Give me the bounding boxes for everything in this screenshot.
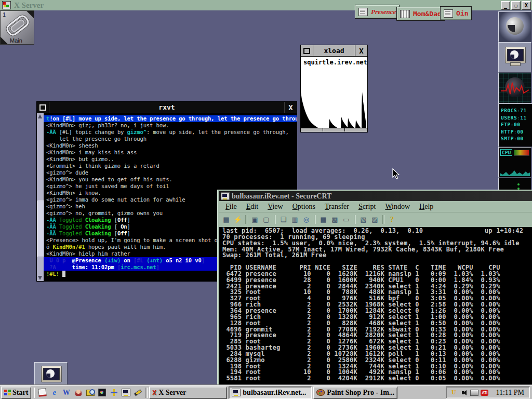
scroll-up-icon[interactable] xyxy=(38,114,42,118)
dock-stat-row: USERS:11 xyxy=(501,114,532,122)
print-icon[interactable]: ▭ xyxy=(341,215,352,224)
chat-line: <gizmo^> dude xyxy=(46,169,297,176)
task-label: X Server xyxy=(158,389,186,397)
window-menu-button[interactable] xyxy=(301,45,313,56)
restore-button[interactable]: ❏ xyxy=(511,1,521,10)
menu-options[interactable]: Options xyxy=(288,203,320,211)
pager-corner-icon[interactable] xyxy=(26,11,34,18)
dock-stat-row: HTTP:00 xyxy=(501,128,532,136)
securecrt-toolbar: ▤⚡▣▢❏▥◎▦▩▭▧▨? xyxy=(219,212,532,226)
connect-icon[interactable]: ▣ xyxy=(249,215,260,224)
quicklaunch-word-icon[interactable]: W xyxy=(60,387,72,398)
card-icon xyxy=(358,8,368,16)
menu-help[interactable]: Help xyxy=(415,203,438,211)
chat-line: <Grommit> i think gizmo is a retard xyxy=(46,163,297,169)
menu-view[interactable]: View xyxy=(263,203,288,211)
menu-window[interactable]: Window xyxy=(380,203,415,211)
help-icon[interactable]: ? xyxy=(387,215,397,224)
stat-label: USERS xyxy=(501,115,517,121)
chat-line: t!on [#L] move up side, let the presence… xyxy=(44,115,297,122)
taskbar-task-3[interactable]: Paint Shop Pro - Im... xyxy=(313,387,397,399)
paste-icon[interactable]: ▥ xyxy=(289,215,300,224)
xload-resize-grip[interactable] xyxy=(301,128,367,132)
quicklaunch-paint-icon[interactable] xyxy=(132,387,144,398)
x-server-icon: X xyxy=(152,389,156,396)
quicklaunch-wizard-icon[interactable] xyxy=(72,387,84,398)
quicklaunch-graphics-app-icon[interactable] xyxy=(96,387,108,398)
find-icon[interactable]: ◎ xyxy=(301,215,312,224)
toolbar-separator xyxy=(382,215,384,224)
dock-monitor-app[interactable] xyxy=(498,42,531,73)
dock-stats-app[interactable]: PROCS:71USERS:11FTP:00HTTP:00SMTP:00 xyxy=(498,103,532,147)
window-menu-button[interactable] xyxy=(37,102,49,113)
chat-line: <KindM0n> sheesh xyxy=(46,142,297,149)
ati-tray-icon[interactable]: ATI xyxy=(481,390,488,396)
close-button[interactable]: X xyxy=(522,1,531,10)
stat-label: HTTP xyxy=(501,129,514,135)
rxvt-scrollbar[interactable] xyxy=(37,113,44,281)
menu-script[interactable]: Script xyxy=(354,203,380,211)
stat-label: FTP xyxy=(501,122,511,127)
securecrt-titlebar[interactable]: bulbasaur.iRev.net - SecureCRT xyxy=(219,191,532,201)
session-switch-icon[interactable]: ▩ xyxy=(329,215,340,224)
wharf-button-momdad[interactable]: Mom&Dad xyxy=(396,7,445,21)
new-session-icon[interactable]: ▤ xyxy=(221,215,232,224)
clock: 11:11 PM xyxy=(496,389,526,397)
quicklaunch-internet-explorer-icon[interactable]: e xyxy=(48,387,60,398)
terminal-screen[interactable]: last pid: 6507; load averages: 0.26, 0.1… xyxy=(219,227,532,386)
quick-connect-icon[interactable]: ⚡ xyxy=(232,215,243,224)
cpu-history-graph xyxy=(500,157,530,176)
toolbar-separator xyxy=(314,215,316,224)
wharf-label: Oin xyxy=(456,9,468,17)
terminal-icon xyxy=(221,192,230,200)
wharf-button-presence[interactable]: Presence xyxy=(355,5,400,19)
menu-edit[interactable]: Edit xyxy=(242,203,263,211)
disconnect-icon[interactable]: ▢ xyxy=(261,215,272,224)
volume-tray-icon[interactable] xyxy=(460,389,468,396)
menu-transfer[interactable]: Transfer xyxy=(320,203,354,211)
wharf-label: Mom&Dad xyxy=(413,10,442,18)
dock-clock-app[interactable] xyxy=(498,11,531,42)
rxvt-titlebar[interactable]: rxvt X xyxy=(37,102,297,113)
dock-netpulse-app[interactable] xyxy=(498,73,531,103)
pager-corner-icon[interactable] xyxy=(1,37,8,44)
windows-flag-icon xyxy=(4,390,11,396)
scroll-down-icon[interactable] xyxy=(38,276,42,280)
toolbar-separator xyxy=(245,215,247,224)
close-icon[interactable]: X xyxy=(284,102,297,113)
workspace-pager[interactable]: 1 Main xyxy=(0,10,34,45)
device-tray-icon[interactable] xyxy=(470,390,478,396)
stat-label: SMTP xyxy=(501,136,514,141)
chat-line: <KindM0n> but gizmo.. xyxy=(46,156,297,163)
pie-sphere-icon xyxy=(506,17,524,35)
wharf-button-oin[interactable]: Oin xyxy=(440,6,472,20)
quicklaunch-whiteboard-icon[interactable] xyxy=(36,387,48,398)
close-icon[interactable]: X xyxy=(355,45,367,56)
quicklaunch-find-files-icon[interactable] xyxy=(84,387,96,398)
chat-line: <KindM0n> you need to get off his nuts. xyxy=(46,176,297,183)
top-output: last pid: 6507; load averages: 0.26, 0.1… xyxy=(219,227,532,382)
cpu-load-bar xyxy=(514,150,529,156)
workspace-label: Main xyxy=(10,37,22,44)
copy-icon[interactable]: ❏ xyxy=(278,215,289,224)
session-tab-icon[interactable]: ▦ xyxy=(318,215,329,224)
taskbar: Start eW XX Serverbulbasaur.iRev.net...P… xyxy=(0,385,532,399)
menu-file[interactable]: File xyxy=(221,203,242,211)
dock-cpu-app[interactable]: CPU xyxy=(498,147,531,178)
quicklaunch-x-star-icon[interactable] xyxy=(108,387,120,398)
properties-icon[interactable]: ▧ xyxy=(358,215,369,224)
securecrt-menubar: FileEditViewOptionsTransferScriptWindowH… xyxy=(219,201,532,212)
start-button[interactable]: Start xyxy=(1,387,31,399)
chat-line: <KindM0n> giz;, ph33r? no, i just bow. xyxy=(46,122,297,129)
xload-window: xload X squirtle.irev.net xyxy=(300,45,368,132)
keymap-icon[interactable]: ▨ xyxy=(369,215,380,224)
task-label: bulbasaur.iRev.net... xyxy=(243,389,306,397)
minimize-button[interactable]: _ xyxy=(501,1,510,10)
u-app-tray-icon[interactable]: U xyxy=(449,389,458,396)
stat-value: 11 xyxy=(520,115,526,121)
xload-titlebar[interactable]: xload X xyxy=(301,45,367,57)
taskbar-task-2[interactable]: bulbasaur.iRev.net... xyxy=(229,387,312,399)
taskbar-task-1[interactable]: XX Server xyxy=(149,387,227,399)
chat-line: -ÄÄ [#L] topic change by gizmo^: move up… xyxy=(46,129,297,136)
quicklaunch-terminal-icon[interactable] xyxy=(120,387,132,398)
